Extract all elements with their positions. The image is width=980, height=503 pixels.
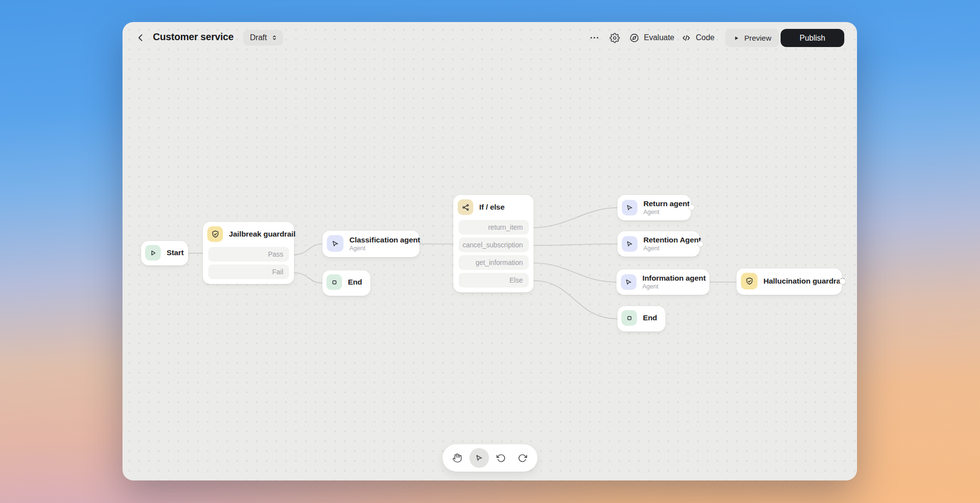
chevron-left-icon bbox=[135, 32, 146, 43]
status-dropdown[interactable]: Draft bbox=[243, 30, 283, 46]
redo-button[interactable] bbox=[513, 448, 533, 468]
node-classification-agent[interactable]: Classification agent Agent bbox=[322, 231, 419, 257]
node-head: End bbox=[322, 270, 370, 294]
publish-label: Publish bbox=[800, 34, 825, 43]
node-hallucination-guardrail[interactable]: Hallucination guardrail bbox=[736, 268, 842, 295]
canvas-toolbar bbox=[442, 444, 538, 472]
back-button[interactable] bbox=[132, 29, 149, 46]
preview-label: Preview bbox=[744, 34, 771, 43]
stop-square-icon bbox=[621, 310, 637, 326]
node-head: Classification agent Agent bbox=[322, 231, 419, 256]
pan-tool-button[interactable] bbox=[447, 448, 467, 468]
ellipsis-icon bbox=[589, 32, 600, 43]
node-if-else[interactable]: If / else return_item cancel_subscriptio… bbox=[453, 195, 534, 292]
node-hallucination-title: Hallucination guardrail bbox=[763, 277, 845, 286]
output-port[interactable] bbox=[688, 204, 695, 211]
code-icon bbox=[681, 33, 691, 43]
evaluate-button[interactable]: Evaluate bbox=[629, 29, 674, 47]
edge-returnitem-returnagent bbox=[534, 208, 617, 228]
branch-cancel-subscription[interactable]: cancel_subscription bbox=[459, 238, 529, 252]
node-information-subtitle: Agent bbox=[642, 283, 706, 290]
node-end-label: End bbox=[643, 313, 657, 322]
node-titles: Retention Agent Agent bbox=[643, 236, 701, 252]
node-return-title: Return agent bbox=[643, 199, 689, 208]
undo-button[interactable] bbox=[491, 448, 511, 468]
node-retention-subtitle: Agent bbox=[643, 245, 701, 252]
shield-check-icon bbox=[207, 226, 223, 242]
branch-split-icon bbox=[458, 199, 473, 215]
node-titles: Information agent Agent bbox=[642, 274, 706, 290]
node-classification-subtitle: Agent bbox=[349, 245, 420, 252]
node-end-label: End bbox=[348, 278, 362, 287]
hand-icon bbox=[452, 453, 462, 463]
edge-getinfo-informationagent bbox=[534, 263, 616, 282]
branch-rows: return_item cancel_subscription get_info… bbox=[453, 219, 534, 292]
node-classification-title: Classification agent bbox=[349, 236, 420, 244]
node-head: Hallucination guardrail bbox=[736, 268, 842, 294]
edge-fail-end bbox=[294, 273, 322, 283]
cursor-arrow-icon bbox=[474, 453, 484, 463]
branch-return-item[interactable]: return_item bbox=[459, 220, 529, 235]
compass-icon bbox=[629, 33, 639, 43]
node-head: Return agent Agent bbox=[617, 195, 691, 220]
play-icon bbox=[733, 35, 740, 42]
cursor-arrow-icon bbox=[327, 235, 343, 252]
edge-cancelsub-retentionagent bbox=[534, 244, 617, 245]
rotate-ccw-icon bbox=[496, 454, 506, 463]
settings-button[interactable] bbox=[606, 29, 623, 46]
output-port[interactable] bbox=[839, 278, 846, 285]
node-jailbreak-title: Jailbreak guardrail bbox=[229, 230, 295, 239]
status-label: Draft bbox=[250, 33, 267, 42]
rotate-cw-icon bbox=[518, 454, 527, 463]
node-head: Retention Agent Agent bbox=[617, 231, 700, 256]
node-return-subtitle: Agent bbox=[643, 209, 689, 216]
cursor-arrow-icon bbox=[622, 236, 637, 252]
node-jailbreak-guardrail[interactable]: Jailbreak guardrail Pass Fail bbox=[203, 222, 294, 284]
node-start-label: Start bbox=[167, 248, 184, 257]
node-head: Jailbreak guardrail bbox=[203, 222, 294, 246]
node-ifelse-title: If / else bbox=[479, 203, 505, 212]
node-end-right[interactable]: End bbox=[617, 306, 665, 332]
publish-button[interactable]: Publish bbox=[781, 29, 844, 47]
select-tool-button[interactable] bbox=[469, 448, 489, 468]
node-information-agent[interactable]: Information agent Agent bbox=[616, 269, 710, 295]
node-titles: Classification agent Agent bbox=[349, 236, 420, 252]
branch-fail[interactable]: Fail bbox=[208, 264, 289, 279]
node-head: If / else bbox=[453, 195, 534, 219]
node-head: Start bbox=[141, 241, 188, 264]
topbar: Customer service Draft bbox=[122, 22, 857, 53]
gear-icon bbox=[610, 33, 620, 43]
chevrons-up-down-icon bbox=[270, 34, 278, 42]
node-information-title: Information agent bbox=[642, 274, 706, 283]
branch-get-information[interactable]: get_information bbox=[459, 255, 529, 270]
node-titles: Return agent Agent bbox=[643, 199, 689, 216]
evaluate-label: Evaluate bbox=[644, 33, 674, 42]
edge-else-end bbox=[534, 281, 617, 319]
shield-check-icon bbox=[741, 273, 758, 289]
code-button[interactable]: Code bbox=[681, 29, 714, 47]
output-port[interactable] bbox=[697, 241, 704, 247]
edge-pass-classification bbox=[294, 244, 322, 255]
preview-button[interactable]: Preview bbox=[725, 29, 779, 47]
stop-square-icon bbox=[326, 274, 342, 290]
branch-rows: Pass Fail bbox=[203, 246, 294, 284]
node-retention-agent[interactable]: Retention Agent Agent bbox=[617, 231, 700, 257]
node-head: Information agent Agent bbox=[616, 269, 710, 294]
cursor-arrow-icon bbox=[621, 274, 637, 290]
node-end-left[interactable]: End bbox=[322, 270, 370, 296]
code-label: Code bbox=[696, 33, 714, 42]
node-return-agent[interactable]: Return agent Agent bbox=[617, 195, 691, 220]
branch-pass[interactable]: Pass bbox=[208, 247, 289, 262]
node-retention-title: Retention Agent bbox=[643, 236, 701, 244]
branch-else[interactable]: Else bbox=[459, 273, 529, 287]
play-outline-icon bbox=[145, 245, 161, 261]
node-start[interactable]: Start bbox=[141, 241, 188, 265]
workflow-builder-window: Customer service Draft bbox=[122, 22, 857, 480]
node-head: End bbox=[617, 306, 665, 330]
more-options-button[interactable] bbox=[586, 29, 603, 46]
cursor-arrow-icon bbox=[622, 200, 637, 216]
page-title: Customer service bbox=[153, 31, 234, 43]
